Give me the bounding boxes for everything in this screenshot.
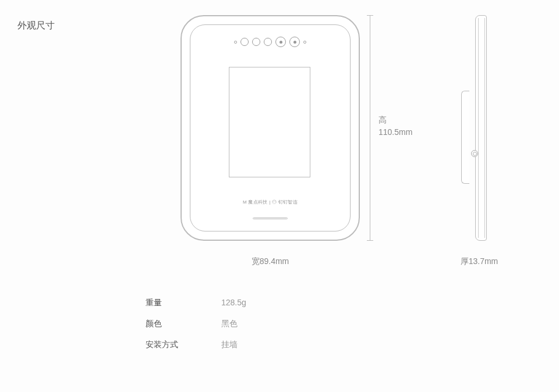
sensor-row	[190, 37, 350, 47]
spec-row: 颜色 黑色	[146, 319, 246, 329]
sensor-dot-icon	[234, 41, 237, 44]
width-dimension-label: 宽89.4mm	[181, 256, 360, 267]
side-seam-line	[484, 18, 485, 238]
height-label-value: 110.5mm	[378, 126, 412, 138]
dimensions-diagram: M 魔点科技 | ◎ 钉钉智连 宽89.4mm 高 110.5mm 厚13.7m…	[175, 15, 547, 277]
spec-label: 安装方式	[146, 340, 221, 350]
device-front-inner: M 魔点科技 | ◎ 钉钉智连	[190, 24, 351, 231]
camera-lens-icon	[275, 37, 286, 47]
sensor-circle-icon	[264, 38, 272, 46]
screw-icon	[471, 150, 478, 157]
sensor-dot-icon	[303, 41, 306, 44]
height-dimension-line	[370, 15, 370, 241]
device-front-view: M 魔点科技 | ◎ 钉钉智连	[181, 15, 360, 241]
device-side-view	[467, 15, 487, 241]
spec-row: 重量 128.5g	[146, 298, 246, 308]
device-screen-outline	[229, 67, 310, 177]
spec-row: 安装方式 挂墙	[146, 340, 246, 350]
height-dimension-label: 高 110.5mm	[378, 114, 412, 138]
device-logo-text: M 魔点科技 | ◎ 钉钉智连	[190, 199, 350, 205]
spec-value: 128.5g	[221, 298, 246, 308]
depth-dimension-label: 厚13.7mm	[453, 256, 505, 267]
speaker-slot-icon	[253, 218, 288, 219]
height-label-text: 高	[378, 114, 412, 126]
camera-lens-icon	[289, 37, 300, 47]
side-body-outline	[475, 15, 487, 241]
section-title: 外观尺寸	[17, 20, 55, 32]
sensor-circle-icon	[240, 38, 249, 46]
spec-label: 颜色	[146, 319, 221, 329]
spec-table: 重量 128.5g 颜色 黑色 安装方式 挂墙	[146, 298, 246, 361]
spec-value: 挂墙	[221, 340, 238, 350]
spec-label: 重量	[146, 298, 221, 308]
side-mount-bump	[461, 91, 469, 184]
spec-value: 黑色	[221, 319, 238, 329]
sensor-circle-icon	[252, 38, 260, 46]
